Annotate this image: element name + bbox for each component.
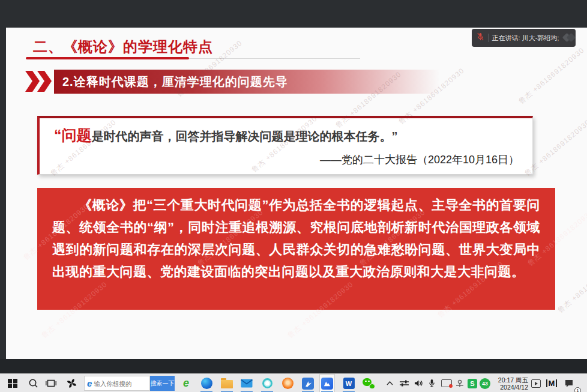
notification-badge: 1	[574, 387, 581, 392]
orange-swirl-icon	[282, 378, 294, 389]
wechat-icon	[363, 378, 376, 390]
meeting-logo-icon	[562, 33, 571, 43]
green-e-icon: e	[183, 377, 189, 390]
tencent-meeting-icon	[321, 378, 333, 390]
quote-source: ——党的二十大报告（2022年10月16日）	[54, 152, 519, 167]
folder-icon	[221, 380, 233, 388]
quote-highlight: “问题	[54, 127, 92, 143]
speaking-text: 正在讲话: 川大-郭绍均;	[492, 34, 559, 43]
app-bird[interactable]	[300, 374, 316, 392]
title-underline	[26, 57, 189, 59]
taskbar-web-searchbox[interactable]: e	[84, 376, 150, 391]
tray-expand-button[interactable]	[383, 374, 396, 392]
meeting-bottom-strip	[0, 359, 587, 373]
tray-volume[interactable]	[412, 374, 425, 392]
quote-text: 是时代的声音，回答并指导解决问题是理论的根本任务。”	[92, 130, 398, 143]
action-center-button[interactable]: 1	[562, 374, 577, 392]
tray-media[interactable]	[529, 374, 543, 392]
pinwheel-icon	[66, 378, 77, 389]
app-file-explorer[interactable]	[219, 374, 235, 392]
green-count-badge: 43	[480, 378, 490, 389]
edge-icon	[201, 378, 212, 389]
double-chevron-icon	[24, 70, 54, 94]
ime-letter: M	[549, 379, 555, 388]
pill-divider	[488, 34, 489, 42]
body-text-box: 《概论》把“三个重大时代问题”作为总括全书的逻辑起点、主导全书的首要问题、统领全…	[37, 188, 555, 310]
app-mail[interactable]	[239, 374, 254, 392]
search-input[interactable]	[94, 380, 139, 387]
app-green-browser[interactable]: e	[178, 374, 194, 392]
taskbar-search-button[interactable]	[25, 374, 41, 392]
meeting-top-bar	[0, 0, 587, 28]
start-button[interactable]	[5, 374, 20, 392]
app-edge[interactable]	[199, 374, 214, 392]
taskbar-clock[interactable]: 20:17 周五 2024/4/12	[492, 374, 528, 392]
tray-mixer[interactable]	[397, 374, 411, 392]
app-tencent-meeting[interactable]	[319, 374, 335, 392]
watermark-text: 鲁杰 +8618691820930	[556, 255, 587, 316]
speaker-icon	[414, 379, 423, 387]
blue-bird-icon	[302, 378, 314, 390]
app-ring[interactable]	[259, 374, 275, 392]
quote-line: “问题是时代的声音，回答并指导解决问题是理论的根本任务。”	[54, 125, 519, 145]
green-s-icon: S	[468, 379, 477, 388]
tray-microphone[interactable]	[426, 374, 438, 392]
windows-logo-icon	[8, 379, 17, 388]
tray-badge-app[interactable]: 43	[478, 374, 492, 392]
body-paragraph: 《概论》把“三个重大时代问题”作为总括全书的逻辑起点、主导全书的首要问题、统领全…	[52, 194, 540, 283]
task-view-button[interactable]	[43, 374, 59, 392]
search-icon	[28, 378, 38, 388]
clock-date: 2024/4/12	[500, 384, 528, 391]
word-icon: W	[343, 378, 355, 389]
desktop: 正在讲话: 川大-郭绍均; 二、《概论》的学理化特点 2.诠释时代课题，厘清学理…	[0, 0, 587, 392]
notification-icon	[565, 379, 574, 388]
title-rule-line	[189, 58, 360, 59]
tray-screen-share[interactable]	[439, 374, 454, 392]
pinned-app-pinwheel[interactable]	[64, 374, 79, 392]
sliders-icon	[400, 379, 409, 387]
screen-share-icon	[441, 379, 452, 387]
app-word[interactable]: W	[341, 374, 357, 392]
slide-title: 二、《概论》的学理化特点	[33, 37, 213, 56]
presenter-pin-icon	[456, 379, 464, 388]
windows-taskbar: e 搜索一下 e	[0, 373, 587, 392]
ie-blue-icon: e	[87, 378, 92, 388]
teal-ring-icon	[262, 378, 272, 388]
input-method-indicator[interactable]: M	[544, 374, 559, 392]
quote-box: “问题是时代的声音，回答并指导解决问题是理论的根本任务。” ——党的二十大报告（…	[37, 116, 533, 175]
tray-s-app[interactable]: S	[466, 374, 479, 392]
mail-icon	[241, 379, 253, 388]
microphone-icon	[429, 379, 435, 388]
tray-presenter[interactable]	[454, 374, 466, 392]
app-orange-browser[interactable]	[280, 374, 295, 392]
media-play-icon	[531, 379, 541, 388]
chevron-up-icon	[387, 381, 393, 385]
slide-canvas: 二、《概论》的学理化特点 2.诠释时代课题，厘清学理化的问题先导 “问题是时代的…	[6, 28, 587, 359]
app-wechat[interactable]	[361, 374, 377, 392]
task-view-icon	[46, 379, 56, 388]
search-go-button[interactable]: 搜索一下	[150, 376, 175, 391]
watermark-text: 鲁杰 +8618691820930	[517, 46, 587, 107]
muted-mic-icon	[477, 32, 484, 44]
speaking-indicator[interactable]: 正在讲话: 川大-郭绍均;	[472, 29, 576, 47]
clock-time: 20:17 周五	[498, 376, 528, 384]
section-banner: 2.诠释时代课题，厘清学理化的问题先导	[54, 70, 448, 94]
